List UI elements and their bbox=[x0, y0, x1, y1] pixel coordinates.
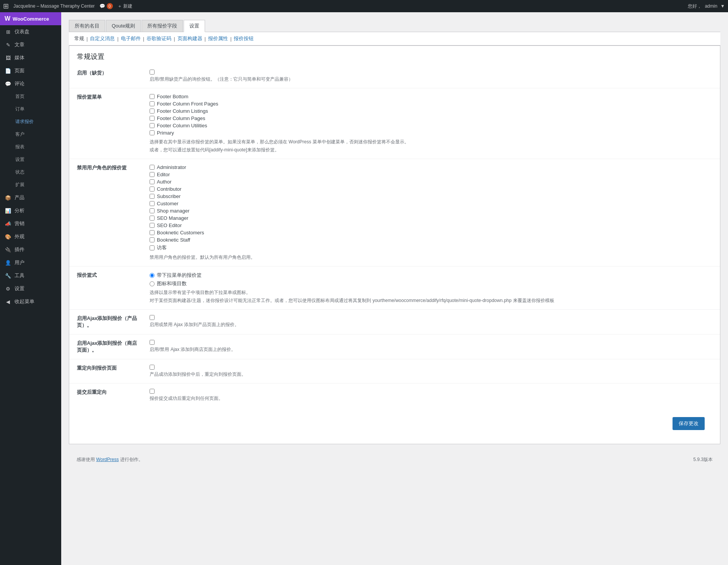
ajax-product-td: 启用或禁用 Ajax 添加到产品页面上的报价。 bbox=[146, 310, 720, 334]
sidebar-item-tools[interactable]: 🔧 工具 bbox=[0, 269, 61, 282]
style-dropdown-label: 带下拉菜单的报价篮 bbox=[157, 272, 202, 279]
sub-tab-price-button[interactable]: 报价按钮 bbox=[234, 35, 254, 42]
quote-style-label: 报价篮式 bbox=[69, 266, 146, 310]
sub-tab-custom-message[interactable]: 自定义消息 bbox=[90, 35, 115, 42]
style-icon-label: 图标和项目数 bbox=[157, 280, 187, 287]
sidebar-item-plugins[interactable]: 🔌 插件 bbox=[0, 243, 61, 256]
sub-tab-general[interactable]: 常规 bbox=[74, 35, 84, 42]
role-shop-manager-label: Shop manager bbox=[157, 208, 189, 214]
username[interactable]: admin bbox=[705, 3, 717, 9]
enable-td: 启用/禁用缺货产品的询价按钮。（注意：它只与简单和可变产品兼容） bbox=[146, 64, 720, 88]
role-subscriber-checkbox[interactable] bbox=[150, 194, 155, 199]
redirect-submit-checkbox[interactable] bbox=[150, 389, 155, 394]
sidebar-item-woo-home[interactable]: 首页 bbox=[11, 90, 61, 103]
menu-footer-col-front-checkbox[interactable] bbox=[150, 101, 155, 106]
role-subscriber-label: Subscriber bbox=[157, 193, 181, 199]
wp-logo[interactable]: ⊞ bbox=[3, 2, 9, 10]
sidebar-item-label: 媒体 bbox=[15, 54, 24, 61]
new-content[interactable]: ＋ 新建 bbox=[117, 3, 132, 10]
sidebar-item-label: 扩展 bbox=[15, 182, 24, 188]
sidebar-item-appearance[interactable]: 🎨 外观 bbox=[0, 230, 61, 243]
sidebar-item-collapse[interactable]: ◀ 收起菜单 bbox=[0, 295, 61, 308]
settings-content-box: 常规设置 启用（缺货） 启用/禁用缺货产品的询价按钮。（注意：它只与简单和可变产… bbox=[69, 45, 720, 444]
sidebar-item-label: 工具 bbox=[15, 272, 24, 279]
enable-row: 启用（缺货） 启用/禁用缺货产品的询价按钮。（注意：它只与简单和可变产品兼容） bbox=[69, 64, 720, 88]
menu-footer-bottom-checkbox[interactable] bbox=[150, 94, 155, 99]
menu-footer-col-front-label: Footer Column Front Pages bbox=[157, 101, 218, 107]
ajax-product-description: 启用或禁用 Ajax 添加到产品页面上的报价。 bbox=[150, 321, 716, 328]
style-dropdown-radio[interactable] bbox=[150, 273, 155, 278]
role-customer-checkbox[interactable] bbox=[150, 201, 155, 206]
woocommerce-menu-header[interactable]: W WooCommerce bbox=[0, 12, 61, 25]
role-visitor-checkbox[interactable] bbox=[150, 245, 155, 250]
sidebar-item-analytics[interactable]: 📊 分析 bbox=[0, 204, 61, 217]
ajax-shop-label: 启用Ajax添加到报价（商店页面）。 bbox=[69, 334, 146, 359]
sidebar-item-quote-request[interactable]: 请求报价 bbox=[11, 115, 61, 128]
quote-menu-label: 报价篮菜单 bbox=[69, 88, 146, 159]
sidebar-item-marketing[interactable]: 📣 营销 bbox=[0, 217, 61, 230]
sidebar-item-label: 页面 bbox=[15, 67, 24, 74]
sub-tab-page-builder[interactable]: 页面构建器 bbox=[178, 35, 202, 42]
quote-style-row: 报价篮式 带下拉菜单的报价篮 图标和项目数 选择以显示带有篮子中项目数的下拉菜单… bbox=[69, 266, 720, 310]
enable-label: 启用（缺货） bbox=[69, 64, 146, 88]
sidebar-item-products[interactable]: 📦 产品 bbox=[0, 191, 61, 204]
sidebar-item-comments[interactable]: 💬 评论 bbox=[0, 77, 61, 90]
tab-settings[interactable]: 设置 bbox=[184, 20, 205, 32]
footer-version: 5.9.3版本 bbox=[693, 456, 713, 463]
sidebar-item-dashboard[interactable]: ⊞ 仪表盘 bbox=[0, 25, 61, 38]
role-shop-manager-checkbox[interactable] bbox=[150, 208, 155, 213]
sidebar-item-status[interactable]: 状态 bbox=[11, 166, 61, 179]
admin-bar: ⊞ Jacqueline – Massage Theraphy Center 💬… bbox=[0, 0, 728, 12]
sidebar-item-users[interactable]: 👤 用户 bbox=[0, 256, 61, 269]
redirect-quote-checkbox[interactable] bbox=[150, 365, 155, 370]
sidebar-item-customers[interactable]: 客户 bbox=[11, 128, 61, 141]
menu-footer-col-pages-checkbox[interactable] bbox=[150, 116, 155, 121]
role-booknetic-staff-checkbox[interactable] bbox=[150, 237, 155, 242]
sub-tab-email[interactable]: 电子邮件 bbox=[121, 35, 141, 42]
redirect-submit-description: 报价提交成功后重定向到任何页面。 bbox=[150, 395, 716, 402]
sidebar-item-label: 插件 bbox=[15, 246, 24, 253]
role-author-checkbox[interactable] bbox=[150, 179, 155, 184]
site-name[interactable]: Jacqueline – Massage Theraphy Center bbox=[13, 3, 95, 9]
sidebar-item-media[interactable]: 🖼 媒体 bbox=[0, 51, 61, 64]
ajax-shop-checkbox[interactable] bbox=[150, 340, 155, 345]
sidebar-item-main-settings[interactable]: ⚙ 设置 bbox=[0, 282, 61, 295]
menu-footer-bottom-label: Footer Bottom bbox=[157, 94, 188, 99]
comments-link[interactable]: 💬 0 bbox=[99, 3, 113, 9]
menu-primary-label: Primary bbox=[157, 130, 174, 136]
tools-icon: 🔧 bbox=[5, 273, 11, 279]
role-seo-manager-checkbox[interactable] bbox=[150, 216, 155, 221]
role-booknetic-customers-checkbox[interactable] bbox=[150, 230, 155, 235]
menu-footer-col-util-checkbox[interactable] bbox=[150, 123, 155, 128]
tab-all-fields[interactable]: 所有报价字段 bbox=[142, 20, 183, 32]
quote-style-desc1: 选择以显示带有篮子中项目数的下拉菜单或图标。 bbox=[150, 289, 716, 296]
sidebar-item-reports[interactable]: 报表 bbox=[11, 141, 61, 153]
page-footer: 感谢使用 WordPress 进行创作。 5.9.3版本 bbox=[69, 452, 720, 468]
disabled-roles-description: 禁用用户角色的报价篮。默认为所有用户角色启用。 bbox=[150, 254, 716, 261]
footer-wp-link[interactable]: WordPress bbox=[96, 457, 119, 462]
tab-quote-rules[interactable]: Qoute规则 bbox=[106, 20, 141, 32]
sidebar-item-orders[interactable]: 订单 bbox=[11, 103, 61, 115]
sub-tab-recaptcha[interactable]: 谷歌验证码 bbox=[147, 35, 171, 42]
analytics-icon: 📊 bbox=[5, 208, 11, 214]
menu-footer-col-listings-checkbox[interactable] bbox=[150, 109, 155, 114]
role-administrator-checkbox[interactable] bbox=[150, 165, 155, 170]
tab-all-names[interactable]: 所有的名目 bbox=[69, 20, 105, 32]
sidebar-item-label: 订单 bbox=[15, 106, 24, 112]
role-seo-editor-checkbox[interactable] bbox=[150, 223, 155, 228]
save-button[interactable]: 保存更改 bbox=[673, 417, 705, 430]
sub-tab-quote-props[interactable]: 报价属性 bbox=[208, 35, 228, 42]
enable-checkbox[interactable] bbox=[150, 70, 155, 75]
menu-footer-col-listings-label: Footer Column Listings bbox=[157, 108, 208, 114]
sidebar-item-extensions[interactable]: 扩展 bbox=[11, 179, 61, 191]
sidebar-item-posts[interactable]: ✎ 文章 bbox=[0, 38, 61, 51]
ajax-product-checkbox[interactable] bbox=[150, 315, 155, 320]
sidebar-item-settings[interactable]: 设置 bbox=[11, 153, 61, 166]
redirect-submit-row: 提交后重定向 报价提交成功后重定向到任何页面。 bbox=[69, 383, 720, 408]
sidebar-item-pages[interactable]: 📄 页面 bbox=[0, 64, 61, 77]
pages-icon: 📄 bbox=[5, 68, 11, 74]
style-icon-radio[interactable] bbox=[150, 281, 155, 286]
role-editor-checkbox[interactable] bbox=[150, 172, 155, 177]
role-contributor-checkbox[interactable] bbox=[150, 187, 155, 192]
menu-primary-checkbox[interactable] bbox=[150, 130, 155, 135]
